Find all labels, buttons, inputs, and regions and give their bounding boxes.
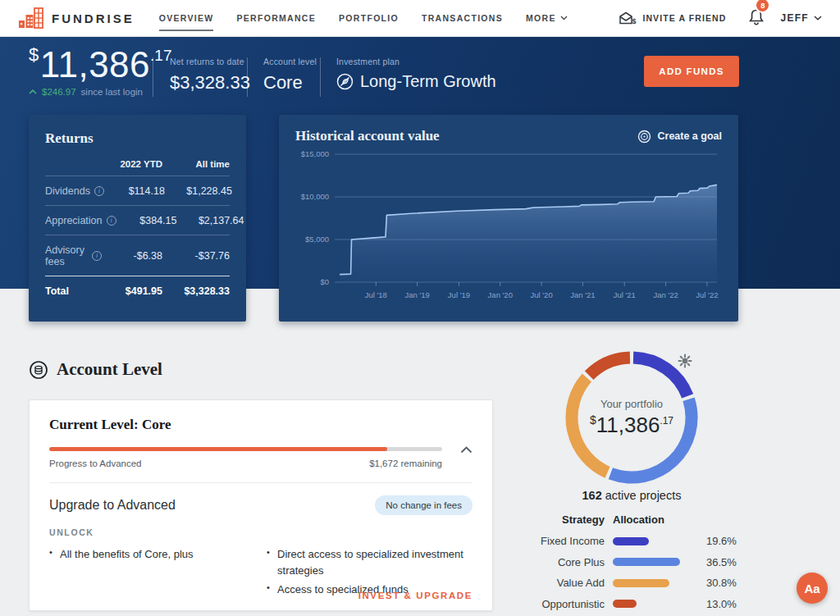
projects-number: 162 (582, 489, 602, 502)
allocation-bar (613, 558, 680, 566)
portfolio-settings-button[interactable] (678, 354, 692, 371)
row-label: Advisory fees (45, 244, 88, 267)
balance-cents: .17 (150, 47, 171, 64)
benefit-item: All the benefits of Core, plus (49, 546, 245, 563)
returns-header-row: 2022 YTD All time (45, 147, 230, 176)
svg-text:$: $ (632, 17, 637, 25)
ytd-value: $384.15 (116, 215, 177, 226)
svg-text:Jul '21: Jul '21 (614, 290, 636, 299)
envelope-dollar-icon: $ (619, 11, 637, 25)
balance-currency: $ (29, 44, 39, 65)
returns-title: Returns (45, 130, 230, 147)
collapse-section-button[interactable] (460, 444, 472, 456)
chevron-up-icon (460, 446, 472, 454)
progress-bar-fill (49, 447, 387, 451)
allocation-table-header: Strategy Allocation (527, 513, 734, 526)
create-a-goal-button[interactable]: Create a goal (637, 130, 722, 144)
fundrise-buildings-icon (18, 7, 44, 29)
strategy-label: Opportunistic (527, 598, 605, 610)
nav-more-label: MORE (526, 13, 556, 23)
col-strategy: Strategy (527, 513, 605, 526)
accessibility-button[interactable]: Aa (797, 573, 828, 604)
goal-target-icon (637, 130, 651, 144)
donut-segment-core-plus[interactable] (610, 399, 692, 477)
chevron-down-icon (560, 16, 568, 21)
notification-count-badge: 8 (755, 0, 770, 13)
brand-name: FUNDRISE (52, 11, 135, 25)
svg-text:Jan '22: Jan '22 (653, 290, 678, 299)
returns-row-appreciation: Appreciationi $384.15 $2,137.64 (45, 205, 230, 235)
top-navigation: FUNDRISE OVERVIEW PERFORMANCE PORTFOLIO … (0, 0, 840, 37)
svg-text:Jul '18: Jul '18 (365, 290, 387, 299)
create-a-goal-label: Create a goal (657, 130, 722, 142)
stat-value: Core (263, 72, 317, 94)
benefit-item: Direct access to specialized investment … (267, 546, 472, 578)
invest-and-upgrade-link[interactable]: INVEST & UPGRADE (358, 591, 472, 600)
allocation-row-value-add: Value Add30.8% (527, 573, 734, 594)
svg-text:$15,000: $15,000 (301, 149, 329, 158)
nav-right: $ INVITE A FRIEND 8 JEFF (619, 7, 822, 30)
tab-portfolio[interactable]: PORTFOLIO (339, 0, 399, 37)
tab-transactions[interactable]: TRANSACTIONS (422, 0, 503, 37)
gear-icon (678, 354, 692, 368)
returns-row-advisory-fees: Advisory feesi -$6.38 -$37.76 (45, 235, 230, 276)
ytd-value: -$6.38 (102, 250, 162, 262)
ytd-value: $114.18 (104, 185, 165, 197)
allocation-percent: 13.0% (706, 598, 737, 610)
donut-segment-value-add[interactable] (572, 378, 608, 472)
progress-label: Progress to Advanced (49, 459, 142, 468)
stat-label: Net returns to date (170, 57, 250, 66)
stat-label: Investment plan (336, 57, 496, 66)
all-time-value: $2,137.64 (177, 215, 244, 226)
account-level-icon (29, 360, 48, 380)
notifications-button[interactable]: 8 (747, 7, 765, 30)
remaining-amount: $1,672 remaining (369, 459, 442, 468)
active-projects-count: 162 active projects (564, 489, 699, 502)
username: JEFF (780, 12, 809, 24)
divider (49, 482, 472, 483)
info-icon[interactable]: i (92, 251, 102, 261)
col-all-time: All time (162, 159, 230, 169)
allocation-row-opportunistic: Opportunistic13.0% (527, 594, 734, 615)
ytd-value: $491.95 (102, 285, 162, 297)
allocation-row-core-plus: Core Plus36.5% (527, 552, 734, 573)
donut-segment-opportunistic[interactable] (589, 358, 630, 376)
allocation-bar (613, 537, 649, 545)
divider (153, 57, 153, 97)
projects-label: active projects (602, 489, 682, 502)
balance-value: $11,386.17 (29, 45, 171, 84)
tab-performance[interactable]: PERFORMANCE (236, 0, 316, 37)
progress-bar-track (49, 447, 442, 451)
divider (320, 57, 321, 97)
svg-text:Jan '19: Jan '19 (404, 290, 429, 299)
stat-account-level: Account level Core (263, 57, 317, 94)
svg-text:Jan '20: Jan '20 (488, 290, 513, 299)
allocation-table: Strategy Allocation Fixed Income19.6%Cor… (527, 513, 734, 614)
strategy-label: Core Plus (527, 556, 605, 568)
divider (247, 57, 248, 97)
svg-text:Jul '20: Jul '20 (531, 290, 553, 299)
current-level-title: Current Level: Core (49, 417, 472, 433)
change-amount: $246.97 (42, 87, 76, 97)
change-caption: since last login (81, 87, 143, 97)
section-title: Account Level (57, 359, 162, 380)
all-time-value: $1,228.45 (165, 185, 232, 197)
row-label: Total (45, 285, 102, 297)
add-funds-button[interactable]: ADD FUNDS (644, 56, 739, 87)
allocation-percent: 36.5% (706, 556, 737, 568)
svg-text:Jan '21: Jan '21 (570, 290, 595, 299)
svg-text:$10,000: $10,000 (301, 192, 329, 201)
nav-more-menu[interactable]: MORE (526, 0, 568, 37)
leaf-plan-icon (336, 73, 354, 90)
account-value-area-chart[interactable]: $0$5,000$10,000$15,000Jul '18Jan '19Jul … (295, 144, 722, 313)
invite-a-friend-button[interactable]: $ INVITE A FRIEND (619, 11, 726, 25)
user-menu[interactable]: JEFF (780, 12, 822, 24)
chevron-up-icon (29, 89, 37, 94)
info-icon[interactable]: i (94, 186, 104, 196)
svg-text:$0: $0 (320, 277, 329, 286)
col-2022-ytd: 2022 YTD (102, 159, 162, 169)
all-time-value: -$37.76 (162, 250, 230, 262)
tab-overview[interactable]: OVERVIEW (159, 0, 214, 37)
info-icon[interactable]: i (107, 216, 116, 226)
fundrise-logo[interactable]: FUNDRISE (18, 7, 135, 29)
